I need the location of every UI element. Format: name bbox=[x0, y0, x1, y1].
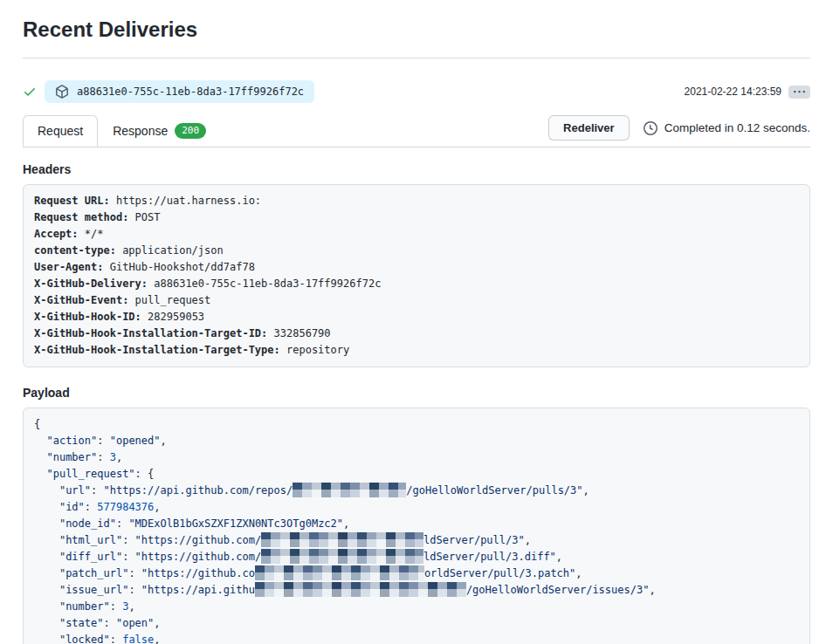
payload-line: "number": 3, bbox=[34, 449, 799, 466]
payload-line: "diff_url": "https://github.com/ldServer… bbox=[34, 549, 799, 565]
header-line: Accept: */* bbox=[34, 226, 799, 243]
payload-section-title: Payload bbox=[23, 386, 810, 400]
payload-line: "issue_url": "https://api.githu/goHelloW… bbox=[34, 582, 799, 599]
completed-text: Completed in 0.12 seconds. bbox=[664, 121, 810, 134]
headers-code: Request URL: https://uat.harness.io:Requ… bbox=[23, 184, 810, 367]
delivery-tabnav: Request Response 200 Redeliver Completed… bbox=[23, 114, 810, 147]
header-line: Request method: POST bbox=[34, 209, 799, 226]
delivery-options-button[interactable] bbox=[788, 86, 810, 99]
check-icon bbox=[23, 85, 37, 99]
tab-actions: Redeliver Completed in 0.12 seconds. bbox=[548, 115, 810, 146]
delivery-meta: 2021-02-22 14:23:59 bbox=[685, 86, 810, 99]
payload-line: "html_url": "https://github.com/ldServer… bbox=[34, 532, 799, 549]
payload-line: { bbox=[34, 416, 799, 433]
kebab-horizontal-icon bbox=[794, 86, 805, 98]
payload-line: "number": 3, bbox=[34, 599, 799, 615]
header-line: X-GitHub-Event: pull_request bbox=[34, 292, 799, 309]
payload-line: "pull_request": { bbox=[34, 466, 799, 483]
completed-group: Completed in 0.12 seconds. bbox=[638, 121, 810, 135]
redacted-block bbox=[293, 483, 406, 497]
clock-icon bbox=[644, 121, 657, 135]
header-line: Request URL: https://uat.harness.io: bbox=[34, 193, 799, 209]
tab-response[interactable]: Response 200 bbox=[98, 114, 221, 147]
redacted-block bbox=[255, 565, 424, 580]
delivery-guid-pill[interactable]: a88631e0-755c-11eb-8da3-17ff9926f72c bbox=[45, 80, 314, 103]
delivery-summary: a88631e0-755c-11eb-8da3-17ff9926f72c bbox=[23, 80, 314, 103]
package-icon bbox=[55, 85, 69, 99]
header-line: X-GitHub-Hook-ID: 282959053 bbox=[34, 309, 799, 325]
delivery-row: a88631e0-755c-11eb-8da3-17ff9926f72c 202… bbox=[23, 80, 810, 103]
payload-line: "url": "https://api.github.com/repos//go… bbox=[34, 483, 799, 499]
header-line: User-Agent: GitHub-Hookshot/dd7af78 bbox=[34, 259, 799, 276]
recent-deliveries-page: Recent Deliveries a88631e0-755c-11eb-8da… bbox=[0, 0, 833, 644]
payload-line: "node_id": "MDExOlB1bGxSZXF1ZXN0NTc3OTg0… bbox=[34, 516, 799, 532]
tab-request[interactable]: Request bbox=[23, 115, 98, 147]
delivery-guid: a88631e0-755c-11eb-8da3-17ff9926f72c bbox=[77, 85, 304, 99]
redeliver-button[interactable]: Redeliver bbox=[548, 115, 630, 140]
redacted-block bbox=[261, 549, 423, 564]
redacted-block bbox=[261, 532, 423, 547]
page-title: Recent Deliveries bbox=[23, 0, 810, 43]
header-line: content-type: application/json bbox=[34, 243, 799, 259]
payload-code: { "action": "opened", "number": 3, "pull… bbox=[23, 408, 810, 644]
delivery-timestamp: 2021-02-22 14:23:59 bbox=[685, 86, 781, 98]
payload-line: "locked": false, bbox=[34, 632, 799, 644]
payload-line: "state": "open", bbox=[34, 615, 799, 632]
payload-line: "action": "opened", bbox=[34, 433, 799, 449]
tab-response-label: Response bbox=[113, 124, 168, 138]
response-status-badge: 200 bbox=[175, 123, 206, 139]
tab-request-label: Request bbox=[38, 124, 83, 138]
payload-line: "patch_url": "https://github.coorldServe… bbox=[34, 565, 799, 582]
title-divider bbox=[23, 58, 810, 58]
payload-line: "id": 577984376, bbox=[34, 499, 799, 516]
header-line: X-GitHub-Hook-Installation-Target-Type: … bbox=[34, 342, 799, 359]
headers-section-title: Headers bbox=[23, 162, 810, 176]
redacted-block bbox=[255, 582, 466, 597]
header-line: X-GitHub-Delivery: a88631e0-755c-11eb-8d… bbox=[34, 276, 799, 292]
header-line: X-GitHub-Hook-Installation-Target-ID: 33… bbox=[34, 325, 799, 342]
